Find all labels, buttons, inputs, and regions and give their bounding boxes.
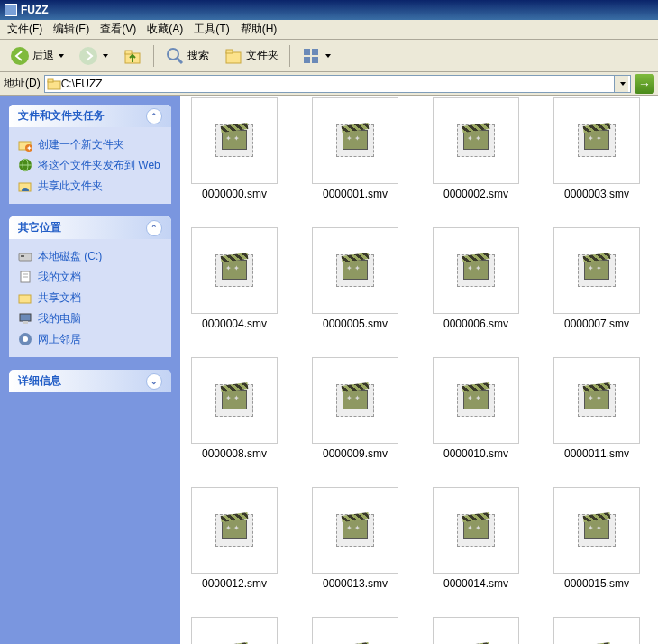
address-dropdown[interactable] xyxy=(614,76,628,92)
views-button[interactable] xyxy=(295,42,337,69)
file-item[interactable]: 0000015.smv xyxy=(552,487,642,590)
place-local-disk[interactable]: 本地磁盘 (C:) xyxy=(18,246,162,267)
file-name: 0000012.smv xyxy=(202,577,267,590)
places-header[interactable]: 其它位置 ⌃ xyxy=(9,216,171,239)
file-name: 0000003.smv xyxy=(564,188,629,200)
places-body: 本地磁盘 (C:) 我的文档 共享文档 我的电脑 网上邻居 xyxy=(9,239,171,357)
file-item[interactable]: 0000014.smv xyxy=(431,487,521,590)
video-file-icon xyxy=(215,122,253,160)
video-file-icon xyxy=(457,252,495,290)
video-file-icon xyxy=(578,122,616,160)
menu-view[interactable]: 查看(V) xyxy=(95,20,142,39)
file-item[interactable]: 0000011.smv xyxy=(552,357,642,460)
place-my-computer[interactable]: 我的电脑 xyxy=(18,308,162,329)
go-button[interactable]: → xyxy=(635,74,654,94)
task-publish-web[interactable]: 将这个文件夹发布到 Web xyxy=(18,155,162,176)
file-thumbnail xyxy=(433,617,519,644)
svg-text:✦: ✦ xyxy=(26,144,32,152)
file-thumbnail xyxy=(191,357,278,444)
file-item[interactable]: 0000008.smv xyxy=(189,357,279,460)
tasks-body: ✦ 创建一个新文件夹 将这个文件夹发布到 Web 共享此文件夹 xyxy=(9,127,171,204)
file-name: 0000005.smv xyxy=(323,317,388,330)
search-button[interactable]: 搜索 xyxy=(159,42,215,69)
expand-icon: ⌄ xyxy=(146,373,162,390)
file-item[interactable]: 0000002.smv xyxy=(431,97,521,200)
address-input[interactable] xyxy=(61,78,614,90)
details-panel: 详细信息 ⌄ xyxy=(9,370,171,392)
video-file-icon xyxy=(336,511,374,549)
file-list[interactable]: 0000000.smv0000001.smv0000002.smv0000003… xyxy=(180,96,658,644)
file-name: 0000015.smv xyxy=(564,577,629,590)
file-item[interactable]: 0000009.smv xyxy=(310,357,400,460)
file-thumbnail xyxy=(553,487,640,574)
file-item[interactable]: 0000019.smv xyxy=(552,617,642,644)
place-network[interactable]: 网上邻居 xyxy=(18,329,162,350)
file-name: 0000010.smv xyxy=(443,447,508,460)
svg-rect-10 xyxy=(304,57,310,63)
menu-tools[interactable]: 工具(T) xyxy=(188,20,234,39)
svg-rect-26 xyxy=(19,295,31,303)
place-my-documents[interactable]: 我的文档 xyxy=(18,267,162,288)
file-thumbnail xyxy=(433,227,519,314)
file-item[interactable]: 0000018.smv xyxy=(431,617,521,644)
file-thumbnail xyxy=(191,227,278,314)
address-field[interactable] xyxy=(44,75,631,93)
menu-file[interactable]: 文件(F) xyxy=(2,20,48,39)
file-thumbnail xyxy=(553,227,640,314)
tasks-header[interactable]: 文件和文件夹任务 ⌃ xyxy=(9,105,171,127)
back-icon xyxy=(10,46,30,66)
svg-rect-27 xyxy=(20,314,31,321)
file-thumbnail xyxy=(433,97,519,184)
folder-up-icon xyxy=(123,46,142,66)
video-file-icon xyxy=(578,382,616,419)
task-new-folder[interactable]: ✦ 创建一个新文件夹 xyxy=(18,134,162,155)
file-name: 0000001.smv xyxy=(323,188,388,200)
menu-favorites[interactable]: 收藏(A) xyxy=(142,20,188,39)
file-item[interactable]: 0000017.smv xyxy=(310,617,400,644)
file-name: 0000009.smv xyxy=(323,447,388,460)
collapse-icon: ⌃ xyxy=(146,108,162,124)
file-thumbnail xyxy=(312,357,398,444)
folders-label: 文件夹 xyxy=(246,48,279,63)
file-thumbnail xyxy=(553,617,640,644)
svg-rect-3 xyxy=(125,51,132,54)
menu-edit[interactable]: 编辑(E) xyxy=(48,20,95,39)
file-item[interactable]: 0000012.smv xyxy=(189,487,279,590)
back-button[interactable]: 后退 xyxy=(4,42,70,69)
place-label: 我的文档 xyxy=(38,270,81,285)
file-name: 0000006.smv xyxy=(443,317,508,330)
file-item[interactable]: 0000000.smv xyxy=(189,97,279,200)
file-item[interactable]: 0000004.smv xyxy=(189,227,279,330)
svg-point-4 xyxy=(168,49,178,60)
search-label: 搜索 xyxy=(187,48,209,63)
file-item[interactable]: 0000007.smv xyxy=(552,227,642,330)
file-thumbnail xyxy=(433,357,519,444)
place-shared-documents[interactable]: 共享文档 xyxy=(18,288,162,308)
file-item[interactable]: 0000005.smv xyxy=(310,227,400,330)
file-item[interactable]: 0000001.smv xyxy=(310,97,400,200)
file-item[interactable]: 0000016.smv xyxy=(189,617,279,644)
file-thumbnail xyxy=(553,357,640,444)
file-item[interactable]: 0000013.smv xyxy=(310,487,400,590)
svg-point-0 xyxy=(11,47,29,65)
address-label: 地址(D) xyxy=(4,76,41,91)
file-item[interactable]: 0000010.smv xyxy=(431,357,521,460)
up-button[interactable] xyxy=(116,42,149,69)
video-file-icon xyxy=(336,382,374,419)
svg-point-30 xyxy=(23,336,28,342)
new-folder-icon: ✦ xyxy=(18,137,32,152)
place-label: 共享文档 xyxy=(38,290,81,306)
file-item[interactable]: 0000003.smv xyxy=(552,97,642,200)
forward-button[interactable] xyxy=(72,42,114,69)
svg-rect-11 xyxy=(312,57,318,63)
file-item[interactable]: 0000006.smv xyxy=(431,227,521,330)
places-title: 其它位置 xyxy=(18,220,61,235)
video-file-icon xyxy=(215,511,253,549)
tasks-panel: 文件和文件夹任务 ⌃ ✦ 创建一个新文件夹 将这个文件夹发布到 Web 共享此文… xyxy=(9,105,171,204)
collapse-icon: ⌃ xyxy=(146,220,162,236)
task-share-folder[interactable]: 共享此文件夹 xyxy=(18,176,162,197)
folders-button[interactable]: 文件夹 xyxy=(217,42,285,69)
details-header[interactable]: 详细信息 ⌄ xyxy=(9,370,171,392)
menu-help[interactable]: 帮助(H) xyxy=(235,20,283,39)
folders-icon xyxy=(224,46,243,66)
